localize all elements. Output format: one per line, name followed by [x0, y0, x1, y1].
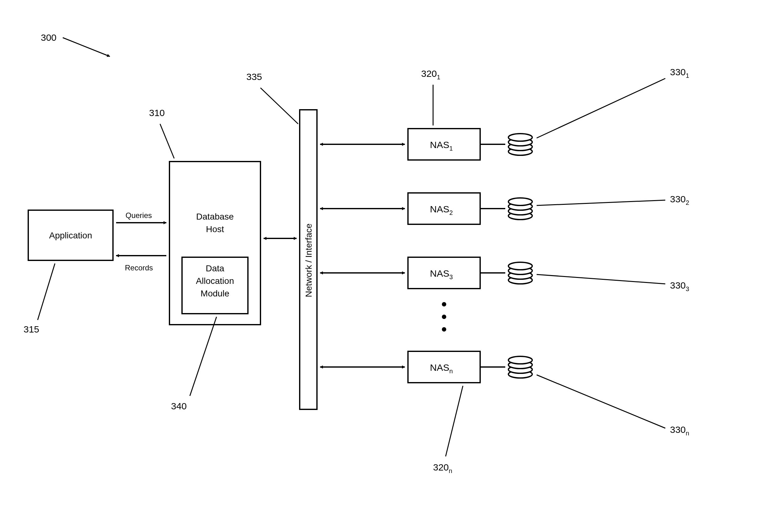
dam-label-3: Module [200, 289, 229, 298]
ref-330-1: 3301 [670, 67, 689, 79]
lead-330-n [537, 375, 665, 428]
network-interface-label: Network / Interface [304, 224, 313, 297]
ref-335: 335 [246, 72, 262, 82]
disk-icon [509, 134, 532, 155]
ref-320-1: 3201 [421, 68, 440, 81]
svg-point-11 [509, 262, 532, 270]
ref-330-n: 330n [670, 424, 689, 437]
lead-300 [63, 38, 110, 56]
architecture-diagram: 300 Application 315 Database Host 310 Da… [0, 0, 772, 532]
svg-point-14 [442, 327, 446, 332]
application-label: Application [49, 231, 92, 240]
lead-330-3 [537, 274, 665, 284]
lead-330-2 [537, 200, 665, 205]
dbhost-label-1: Database [196, 212, 234, 221]
ref-300: 300 [41, 32, 56, 43]
disk-icon [509, 198, 532, 220]
lead-320-n [446, 386, 463, 456]
lead-315 [38, 263, 55, 320]
lead-330-1 [537, 78, 665, 138]
disk-icon [509, 356, 532, 378]
dbhost-label-2: Host [206, 224, 224, 234]
svg-point-18 [509, 356, 532, 364]
lead-310 [160, 124, 174, 158]
nas-row-n: NASn 320n 330n [320, 351, 689, 474]
dam-label-1: Data [205, 263, 224, 273]
label-records: Records [125, 263, 153, 272]
ref-330-3: 3303 [670, 280, 689, 292]
svg-point-3 [509, 134, 532, 141]
lead-335 [260, 88, 298, 124]
lead-340 [190, 317, 216, 396]
svg-point-13 [442, 315, 446, 319]
nas-row-1: NAS1 3201 3301 [320, 67, 689, 160]
svg-point-12 [442, 302, 446, 306]
label-queries: Queries [125, 211, 152, 220]
dam-label-2: Allocation [196, 276, 234, 286]
ref-320-n: 320n [433, 462, 452, 474]
ellipsis-icon [442, 302, 446, 332]
svg-point-7 [509, 198, 532, 205]
ref-310: 310 [149, 108, 165, 118]
ref-330-2: 3302 [670, 194, 689, 206]
ref-315: 315 [24, 324, 39, 334]
disk-icon [509, 262, 532, 284]
ref-340: 340 [171, 401, 187, 411]
nas-row-3: NAS3 3303 [320, 257, 689, 292]
nas-row-2: NAS2 3302 [320, 193, 689, 224]
